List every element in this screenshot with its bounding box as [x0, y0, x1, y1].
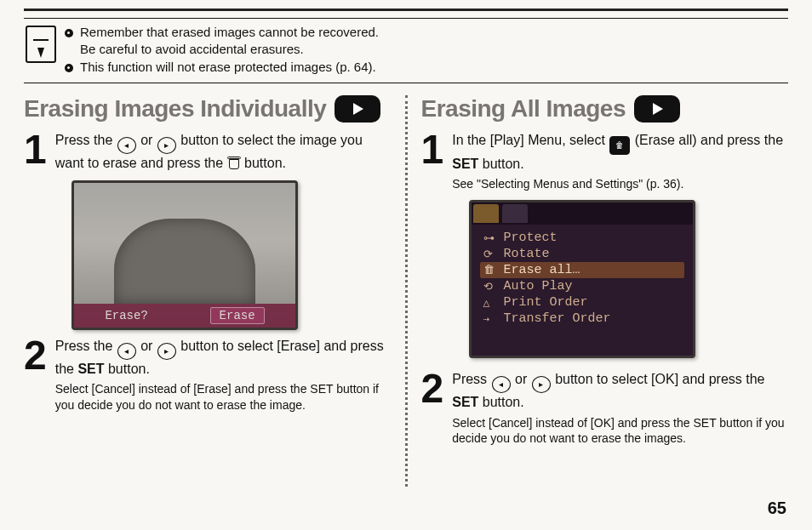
column-divider: [405, 95, 408, 487]
set-label: SET: [77, 362, 104, 376]
menu-item-auto-play: ⟲ Auto Play: [480, 278, 684, 294]
thumb-label-erase: Erase: [210, 307, 265, 324]
menu-item-label: Auto Play: [504, 279, 573, 293]
left-column: Erasing Images Individually 1 Press the …: [24, 95, 402, 487]
right-step-2: 2 Press ◂ or ▸ button to select [OK] and…: [421, 370, 789, 446]
menu-item-label: Protect: [504, 231, 558, 245]
right-arrow-button-icon: ▸: [157, 343, 176, 360]
play-menu-screenshot: ⊶ Protect ⟳ Rotate 🗑 Erase all… ⟲ Auto P…: [469, 200, 695, 358]
right-arrow-button-icon: ▸: [157, 137, 176, 154]
menu-tab-bar: [472, 202, 693, 225]
menu-item-print-order: △ Print Order: [480, 294, 684, 311]
left-title-text: Erasing Images Individually: [24, 95, 326, 123]
left-arrow-button-icon: ◂: [117, 343, 136, 360]
page-number: 65: [768, 499, 786, 518]
right-step2-sub: Select [Cancel] instead of [OK] and pres…: [452, 415, 788, 446]
menu-item-protect: ⊶ Protect: [480, 230, 684, 246]
right-step2-text: Press ◂ or ▸ button to select [OK] and p…: [452, 370, 788, 411]
note-line-1: Remember that erased images cannot be re…: [80, 25, 379, 39]
left-step1-text: Press the ◂ or ▸ button to select the im…: [55, 131, 392, 172]
left-step-2: 2 Press the ◂ or ▸ button to select [Era…: [24, 337, 392, 413]
trash-button-icon: [227, 157, 241, 170]
right-section-title: Erasing All Images: [421, 95, 789, 123]
menu-item-transfer-order: ⇢ Transfer Order: [480, 311, 684, 327]
bullet-icon: [65, 64, 73, 72]
svg-marker-0: [353, 103, 363, 115]
note-text: Remember that erased images cannot be re…: [65, 24, 379, 76]
step-number: 1: [24, 131, 47, 168]
top-rule: [24, 9, 788, 11]
menu-items: ⊶ Protect ⟳ Rotate 🗑 Erase all… ⟲ Auto P…: [472, 225, 693, 332]
left-step2-text: Press the ◂ or ▸ button to select [Erase…: [55, 337, 392, 378]
left-step-1: 1 Press the ◂ or ▸ button to select the …: [24, 131, 392, 172]
note-box: Remember that erased images cannot be re…: [24, 18, 788, 83]
menu-tab-active: [473, 204, 499, 223]
right-step1-text: In the [Play] Menu, select 🗑 (Erase all)…: [452, 131, 788, 173]
playback-mode-icon: [335, 95, 380, 123]
menu-tab: [502, 204, 528, 223]
menu-item-label: Rotate: [504, 247, 550, 261]
erase-prompt-screenshot: Erase? Erase: [71, 180, 298, 330]
two-column-layout: Erasing Images Individually 1 Press the …: [24, 95, 788, 487]
set-label: SET: [452, 395, 478, 409]
note-pencil-icon: [26, 26, 56, 63]
menu-item-rotate: ⟳ Rotate: [480, 246, 684, 262]
note-line-2: This function will not erase protected i…: [80, 59, 376, 76]
left-step2-sub: Select [Cancel] instead of [Erase] and p…: [55, 381, 392, 412]
playback-mode-icon: [634, 95, 680, 123]
thumb-label-erase-q: Erase?: [105, 309, 147, 322]
svg-marker-1: [653, 103, 663, 115]
note-line-1b: Be careful to avoid accidental erasures.: [80, 42, 304, 56]
rotate-icon: ⟳: [483, 248, 497, 261]
autoplay-icon: ⟲: [483, 280, 497, 293]
right-step1-sub: See "Selecting Menus and Settings" (p. 3…: [452, 176, 788, 191]
transfer-icon: ⇢: [483, 312, 497, 326]
erase-all-menu-icon: 🗑: [609, 136, 630, 155]
trash-icon: 🗑: [483, 264, 497, 276]
right-arrow-button-icon: ▸: [532, 376, 551, 393]
bullet-icon: [65, 29, 73, 37]
protect-icon: ⊶: [483, 231, 497, 245]
print-icon: △: [483, 296, 497, 310]
step-number: 2: [24, 337, 47, 373]
left-section-title: Erasing Images Individually: [24, 95, 392, 123]
step-number: 1: [421, 131, 444, 168]
menu-item-label: Erase all…: [504, 263, 580, 277]
right-step-1: 1 In the [Play] Menu, select 🗑 (Erase al…: [421, 131, 789, 192]
left-arrow-button-icon: ◂: [117, 137, 136, 154]
menu-item-label: Print Order: [504, 295, 588, 310]
right-column: Erasing All Images 1 In the [Play] Menu,…: [411, 95, 789, 487]
menu-item-label: Transfer Order: [504, 311, 611, 326]
set-label: SET: [452, 157, 478, 171]
right-title-text: Erasing All Images: [421, 95, 626, 123]
step-number: 2: [421, 370, 444, 407]
menu-item-erase-all: 🗑 Erase all…: [480, 262, 684, 278]
manual-page: Remember that erased images cannot be re…: [0, 0, 812, 530]
left-arrow-button-icon: ◂: [492, 376, 511, 393]
